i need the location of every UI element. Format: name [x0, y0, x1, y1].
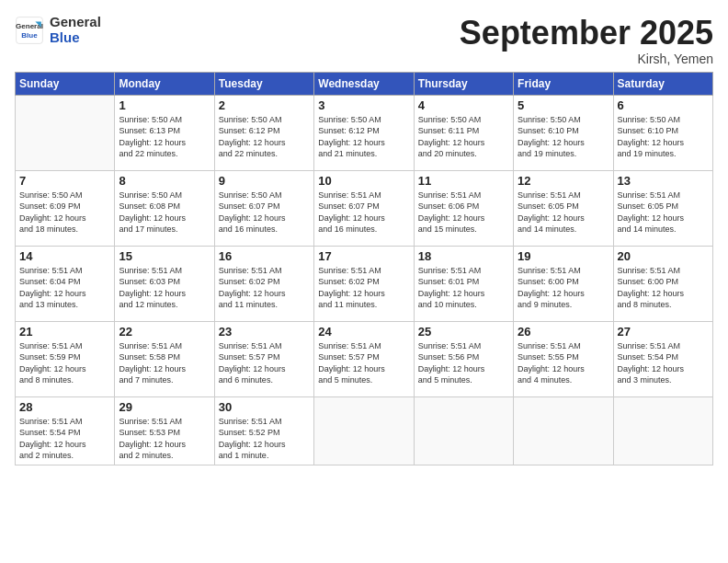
day-info: Sunrise: 5:51 AM Sunset: 5:57 PM Dayligh…: [318, 340, 409, 386]
day-number: 29: [119, 400, 210, 414]
cell-5-7: [613, 396, 712, 465]
day-number: 18: [418, 249, 509, 263]
cell-2-3: 9Sunrise: 5:50 AM Sunset: 6:07 PM Daylig…: [214, 170, 313, 246]
cell-5-6: [514, 396, 613, 465]
cell-3-7: 20Sunrise: 5:51 AM Sunset: 6:00 PM Dayli…: [613, 246, 712, 321]
week-row-2: 7Sunrise: 5:50 AM Sunset: 6:09 PM Daylig…: [16, 170, 713, 246]
cell-2-7: 13Sunrise: 5:51 AM Sunset: 6:05 PM Dayli…: [613, 170, 712, 246]
cell-5-1: 28Sunrise: 5:51 AM Sunset: 5:54 PM Dayli…: [16, 396, 115, 465]
cell-5-4: [314, 396, 414, 465]
cell-1-7: 6Sunrise: 5:50 AM Sunset: 6:10 PM Daylig…: [613, 95, 712, 170]
day-info: Sunrise: 5:51 AM Sunset: 5:53 PM Dayligh…: [119, 416, 210, 462]
col-tuesday: Tuesday: [214, 72, 313, 95]
cell-4-5: 25Sunrise: 5:51 AM Sunset: 5:56 PM Dayli…: [414, 321, 513, 396]
day-info: Sunrise: 5:51 AM Sunset: 5:58 PM Dayligh…: [119, 340, 210, 386]
day-number: 27: [618, 325, 709, 339]
day-info: Sunrise: 5:51 AM Sunset: 6:03 PM Dayligh…: [119, 265, 210, 311]
day-info: Sunrise: 5:50 AM Sunset: 6:08 PM Dayligh…: [119, 190, 210, 236]
day-info: Sunrise: 5:51 AM Sunset: 6:04 PM Dayligh…: [19, 265, 110, 311]
cell-3-4: 17Sunrise: 5:51 AM Sunset: 6:02 PM Dayli…: [314, 246, 414, 321]
day-info: Sunrise: 5:51 AM Sunset: 6:00 PM Dayligh…: [518, 265, 609, 311]
cell-1-5: 4Sunrise: 5:50 AM Sunset: 6:11 PM Daylig…: [414, 95, 513, 170]
day-info: Sunrise: 5:51 AM Sunset: 6:05 PM Dayligh…: [618, 190, 709, 236]
day-number: 12: [518, 174, 609, 188]
cell-4-2: 22Sunrise: 5:51 AM Sunset: 5:58 PM Dayli…: [115, 321, 214, 396]
day-number: 9: [219, 174, 310, 188]
cell-1-4: 3Sunrise: 5:50 AM Sunset: 6:12 PM Daylig…: [314, 95, 414, 170]
calendar-container: General Blue General Blue September 2025…: [0, 0, 728, 473]
day-number: 20: [618, 249, 709, 263]
logo: General Blue General Blue: [15, 15, 101, 45]
cell-3-5: 18Sunrise: 5:51 AM Sunset: 6:01 PM Dayli…: [414, 246, 513, 321]
cell-3-1: 14Sunrise: 5:51 AM Sunset: 6:04 PM Dayli…: [16, 246, 115, 321]
day-number: 8: [119, 174, 210, 188]
day-number: 15: [119, 249, 210, 263]
day-number: 4: [418, 98, 509, 112]
cell-4-3: 23Sunrise: 5:51 AM Sunset: 5:57 PM Dayli…: [214, 321, 313, 396]
col-monday: Monday: [115, 72, 214, 95]
day-info: Sunrise: 5:51 AM Sunset: 6:07 PM Dayligh…: [318, 190, 409, 236]
cell-1-3: 2Sunrise: 5:50 AM Sunset: 6:12 PM Daylig…: [214, 95, 313, 170]
day-number: 6: [618, 98, 709, 112]
cell-5-2: 29Sunrise: 5:51 AM Sunset: 5:53 PM Dayli…: [115, 396, 214, 465]
cell-1-6: 5Sunrise: 5:50 AM Sunset: 6:10 PM Daylig…: [514, 95, 613, 170]
col-saturday: Saturday: [613, 72, 712, 95]
day-info: Sunrise: 5:50 AM Sunset: 6:13 PM Dayligh…: [119, 114, 210, 160]
day-info: Sunrise: 5:50 AM Sunset: 6:11 PM Dayligh…: [418, 114, 509, 160]
week-row-1: 1Sunrise: 5:50 AM Sunset: 6:13 PM Daylig…: [16, 95, 713, 170]
logo-icon: General Blue: [15, 16, 44, 45]
day-info: Sunrise: 5:50 AM Sunset: 6:07 PM Dayligh…: [219, 190, 310, 236]
cell-3-6: 19Sunrise: 5:51 AM Sunset: 6:00 PM Dayli…: [514, 246, 613, 321]
day-number: 2: [219, 98, 310, 112]
day-number: 22: [119, 325, 210, 339]
day-number: 23: [219, 325, 310, 339]
day-number: 16: [219, 249, 310, 263]
day-number: 19: [518, 249, 609, 263]
day-info: Sunrise: 5:50 AM Sunset: 6:12 PM Dayligh…: [318, 114, 409, 160]
logo-general-text: General: [50, 15, 101, 30]
day-info: Sunrise: 5:50 AM Sunset: 6:10 PM Dayligh…: [518, 114, 609, 160]
day-info: Sunrise: 5:51 AM Sunset: 6:06 PM Dayligh…: [418, 190, 509, 236]
day-number: 26: [518, 325, 609, 339]
cell-3-2: 15Sunrise: 5:51 AM Sunset: 6:03 PM Dayli…: [115, 246, 214, 321]
week-row-5: 28Sunrise: 5:51 AM Sunset: 5:54 PM Dayli…: [16, 396, 713, 465]
day-info: Sunrise: 5:51 AM Sunset: 5:59 PM Dayligh…: [19, 340, 110, 386]
cell-4-1: 21Sunrise: 5:51 AM Sunset: 5:59 PM Dayli…: [16, 321, 115, 396]
day-number: 17: [318, 249, 409, 263]
location: Kirsh, Yemen: [460, 52, 713, 66]
cell-1-2: 1Sunrise: 5:50 AM Sunset: 6:13 PM Daylig…: [115, 95, 214, 170]
logo-text: General Blue: [50, 15, 101, 45]
col-wednesday: Wednesday: [314, 72, 414, 95]
cell-2-6: 12Sunrise: 5:51 AM Sunset: 6:05 PM Dayli…: [514, 170, 613, 246]
cell-2-1: 7Sunrise: 5:50 AM Sunset: 6:09 PM Daylig…: [16, 170, 115, 246]
logo-blue-text: Blue: [50, 30, 101, 46]
day-number: 13: [618, 174, 709, 188]
day-info: Sunrise: 5:51 AM Sunset: 5:56 PM Dayligh…: [418, 340, 509, 386]
cell-1-1: [16, 95, 115, 170]
day-number: 24: [318, 325, 409, 339]
day-number: 3: [318, 98, 409, 112]
cell-3-3: 16Sunrise: 5:51 AM Sunset: 6:02 PM Dayli…: [214, 246, 313, 321]
cell-2-2: 8Sunrise: 5:50 AM Sunset: 6:08 PM Daylig…: [115, 170, 214, 246]
month-title: September 2025: [460, 15, 713, 52]
day-info: Sunrise: 5:51 AM Sunset: 6:02 PM Dayligh…: [318, 265, 409, 311]
calendar-table: Sunday Monday Tuesday Wednesday Thursday…: [15, 72, 713, 465]
day-number: 10: [318, 174, 409, 188]
title-block: September 2025 Kirsh, Yemen: [460, 15, 713, 66]
cell-4-4: 24Sunrise: 5:51 AM Sunset: 5:57 PM Dayli…: [314, 321, 414, 396]
day-info: Sunrise: 5:51 AM Sunset: 5:54 PM Dayligh…: [618, 340, 709, 386]
header-row: Sunday Monday Tuesday Wednesday Thursday…: [16, 72, 713, 95]
cell-5-5: [414, 396, 513, 465]
day-info: Sunrise: 5:51 AM Sunset: 6:01 PM Dayligh…: [418, 265, 509, 311]
day-number: 21: [19, 325, 110, 339]
day-info: Sunrise: 5:50 AM Sunset: 6:10 PM Dayligh…: [618, 114, 709, 160]
day-number: 30: [219, 400, 310, 414]
day-info: Sunrise: 5:51 AM Sunset: 5:55 PM Dayligh…: [518, 340, 609, 386]
cell-2-4: 10Sunrise: 5:51 AM Sunset: 6:07 PM Dayli…: [314, 170, 414, 246]
col-thursday: Thursday: [414, 72, 513, 95]
day-info: Sunrise: 5:51 AM Sunset: 6:02 PM Dayligh…: [219, 265, 310, 311]
day-info: Sunrise: 5:51 AM Sunset: 6:00 PM Dayligh…: [618, 265, 709, 311]
day-number: 11: [418, 174, 509, 188]
cell-5-3: 30Sunrise: 5:51 AM Sunset: 5:52 PM Dayli…: [214, 396, 313, 465]
day-info: Sunrise: 5:51 AM Sunset: 5:52 PM Dayligh…: [219, 416, 310, 462]
